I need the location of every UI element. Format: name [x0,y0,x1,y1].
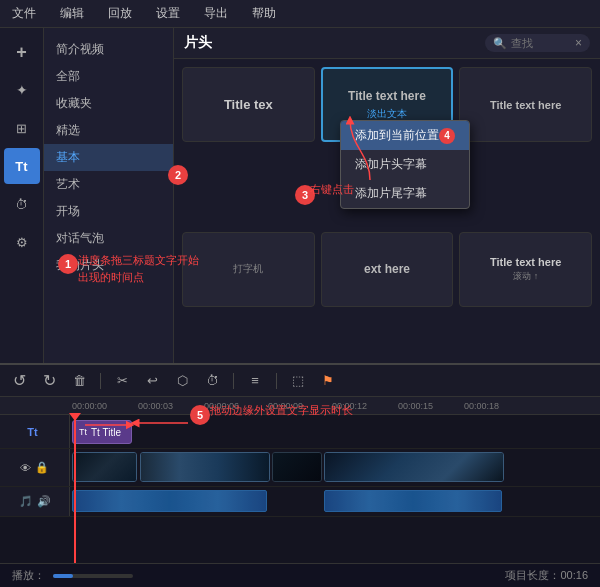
audio-waveform-2[interactable] [324,490,502,512]
content-header: 片头 🔍 × [174,28,600,59]
template-label-6: 滚动 ↑ [513,270,538,283]
audio-volume-icon[interactable]: 🔊 [37,495,51,508]
template-card-1[interactable]: Title tex [182,67,315,142]
content-title: 片头 [184,34,212,52]
video-clip-4[interactable] [324,452,504,482]
copy-button[interactable]: ↩ [141,370,163,392]
category-intro[interactable]: 简介视频 [44,36,173,63]
sidebar-magic-icon[interactable]: ✦ [4,72,40,108]
category-opening[interactable]: 开场 [44,198,173,225]
arrow-5 [130,415,195,431]
toolbar-separator-1 [100,373,101,389]
arrow-3 [340,105,380,185]
category-art[interactable]: 艺术 [44,171,173,198]
annotation-2: 2 [168,165,188,185]
video-thumb-1 [73,453,136,481]
video-clip-3[interactable] [272,452,322,482]
video-thumb-2 [141,453,269,481]
audio-track-row: 🎵 🔊 [0,487,600,517]
align-button[interactable]: ≡ [244,370,266,392]
audio-track-label: 🎵 🔊 [0,487,70,516]
category-bubble[interactable]: 对话气泡 [44,225,173,252]
undo-button[interactable]: ↺ [8,370,30,392]
video-thumb-3 [273,453,321,481]
annotation-text-5: 拖动边缘外设置文字显示时长 [210,403,353,418]
status-bar: 播放： 项目长度：00:16 [0,563,600,587]
frame-button[interactable]: ⬚ [287,370,309,392]
menu-item-edit[interactable]: 编辑 [56,3,88,24]
flag-button[interactable]: ⚑ [317,370,339,392]
template-card-4[interactable]: 打字机 [182,232,315,307]
annotation-1: 1 [58,254,78,274]
menu-item-file[interactable]: 文件 [8,3,40,24]
audio-track-icon: 🎵 [19,495,33,508]
toolbar-separator-3 [276,373,277,389]
search-input[interactable] [511,37,571,49]
audio-waveform-1[interactable] [72,490,267,512]
sidebar-add-icon[interactable]: + [4,34,40,70]
menu-bar: 文件 编辑 回放 设置 导出 帮助 [0,0,600,28]
menu-item-settings[interactable]: 设置 [152,3,184,24]
title-track-label: Tt [0,415,70,448]
ruler-mark-0: 00:00:00 [72,401,107,411]
playhead[interactable] [74,415,76,563]
template-title-3: Title text here [490,99,561,111]
category-favorites[interactable]: 收藏夹 [44,90,173,117]
time-button[interactable]: ⏱ [201,370,223,392]
timeline-toolbar: ↺ ↻ 🗑 ✂ ↩ ⬡ ⏱ ≡ ⬚ ⚑ [0,365,600,397]
template-title-1: Title tex [224,97,273,112]
template-title-5: ext here [364,262,410,276]
category-featured[interactable]: 精选 [44,117,173,144]
progress-fill [53,574,73,578]
delete-button[interactable]: 🗑 [68,370,90,392]
search-box[interactable]: 🔍 × [485,34,590,52]
timeline-tracks: Tt Tt Tt Title 👁 🔒 [0,415,600,563]
video-track-content [70,449,600,486]
sidebar-gear-icon[interactable]: ⚙ [4,224,40,260]
template-card-5[interactable]: ext here [321,232,454,307]
paste-button[interactable]: ⬡ [171,370,193,392]
search-icon: 🔍 [493,37,507,50]
video-clip-2[interactable] [140,452,270,482]
redo-button[interactable]: ↻ [38,370,60,392]
video-track-label: 👁 🔒 [0,449,70,486]
template-title-2: Title text here [348,89,426,103]
status-progress: 播放： [12,568,133,583]
video-track-eye-icon[interactable]: 👁 [20,462,31,474]
menu-item-export[interactable]: 导出 [200,3,232,24]
progress-bar[interactable] [53,574,133,578]
video-thumb-4 [325,453,503,481]
video-track-row: 👁 🔒 [0,449,600,487]
ruler-mark-6: 00:00:18 [464,401,499,411]
playback-label: 播放： [12,568,45,583]
sidebar-clock-icon[interactable]: ⏱ [4,186,40,222]
template-title-6: Title text here [490,256,561,268]
app-container: 文件 编辑 回放 设置 导出 帮助 + ✦ ⊞ Tt ⏱ ⚙ 简介视频 全部 收… [0,0,600,587]
video-clip-1[interactable] [72,452,137,482]
sidebar-title-icon[interactable]: Tt [4,148,40,184]
sidebar-template-icon[interactable]: ⊞ [4,110,40,146]
category-basic[interactable]: 基本 [44,144,173,171]
project-length: 项目长度：00:16 [505,568,588,583]
menu-item-playback[interactable]: 回放 [104,3,136,24]
timeline-area: ↺ ↻ 🗑 ✂ ↩ ⬡ ⏱ ≡ ⬚ ⚑ 00:00:00 00:00:03 00… [0,363,600,563]
toolbar-separator-2 [233,373,234,389]
menu-item-help[interactable]: 帮助 [248,3,280,24]
cut-button[interactable]: ✂ [111,370,133,392]
template-card-3[interactable]: Title text here [459,67,592,142]
ruler-mark-1: 00:00:03 [138,401,173,411]
context-menu-badge: 4 [439,128,455,144]
video-track-lock-icon[interactable]: 🔒 [35,461,49,474]
title-track-icon: Tt [27,426,37,438]
template-card-6[interactable]: Title text here 滚动 ↑ [459,232,592,307]
annotation-text-1: 进度条拖三标题文字开始出现的时间点 [78,252,199,285]
audio-track-content [70,487,600,516]
ruler-mark-5: 00:00:15 [398,401,433,411]
template-label-4: 打字机 [233,262,263,276]
category-all[interactable]: 全部 [44,63,173,90]
search-close-icon[interactable]: × [575,36,582,50]
